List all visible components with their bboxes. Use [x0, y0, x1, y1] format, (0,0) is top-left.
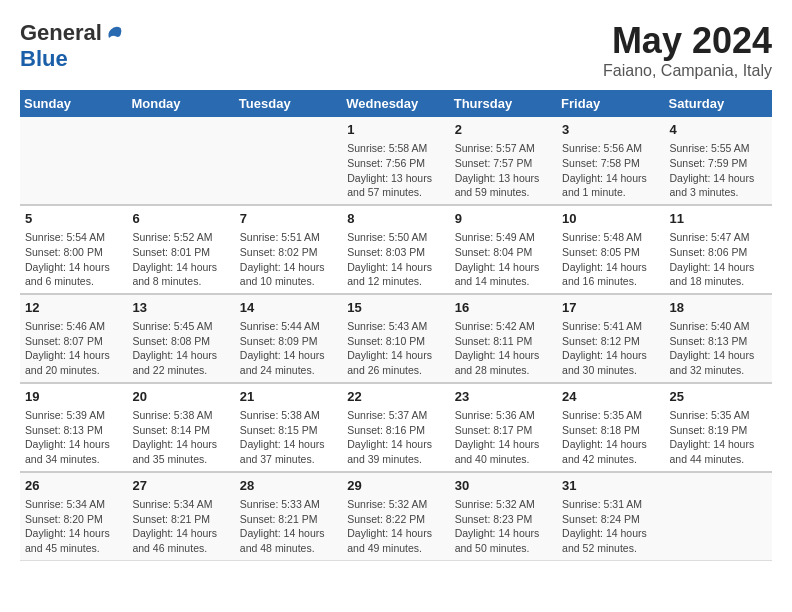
day-info: Sunrise: 5:48 AM Sunset: 8:05 PM Dayligh…: [562, 230, 659, 289]
calendar-day-cell: 15Sunrise: 5:43 AM Sunset: 8:10 PM Dayli…: [342, 294, 449, 383]
day-number: 8: [347, 210, 444, 228]
calendar-day-cell: 10Sunrise: 5:48 AM Sunset: 8:05 PM Dayli…: [557, 205, 664, 294]
day-info: Sunrise: 5:32 AM Sunset: 8:23 PM Dayligh…: [455, 497, 552, 556]
logo-bird-icon: [104, 23, 124, 43]
calendar-day-cell: 11Sunrise: 5:47 AM Sunset: 8:06 PM Dayli…: [665, 205, 772, 294]
day-info: Sunrise: 5:58 AM Sunset: 7:56 PM Dayligh…: [347, 141, 444, 200]
calendar-day-cell: [20, 117, 127, 205]
calendar-day-cell: 29Sunrise: 5:32 AM Sunset: 8:22 PM Dayli…: [342, 472, 449, 560]
day-info: Sunrise: 5:32 AM Sunset: 8:22 PM Dayligh…: [347, 497, 444, 556]
day-number: 19: [25, 388, 122, 406]
calendar-week-row: 1Sunrise: 5:58 AM Sunset: 7:56 PM Daylig…: [20, 117, 772, 205]
day-info: Sunrise: 5:34 AM Sunset: 8:20 PM Dayligh…: [25, 497, 122, 556]
day-info: Sunrise: 5:35 AM Sunset: 8:19 PM Dayligh…: [670, 408, 767, 467]
day-info: Sunrise: 5:38 AM Sunset: 8:14 PM Dayligh…: [132, 408, 229, 467]
day-number: 20: [132, 388, 229, 406]
day-number: 27: [132, 477, 229, 495]
day-number: 11: [670, 210, 767, 228]
calendar-day-cell: [127, 117, 234, 205]
calendar-day-cell: 4Sunrise: 5:55 AM Sunset: 7:59 PM Daylig…: [665, 117, 772, 205]
column-header-friday: Friday: [557, 90, 664, 117]
day-number: 10: [562, 210, 659, 228]
calendar-day-cell: 28Sunrise: 5:33 AM Sunset: 8:21 PM Dayli…: [235, 472, 342, 560]
calendar-day-cell: 26Sunrise: 5:34 AM Sunset: 8:20 PM Dayli…: [20, 472, 127, 560]
day-info: Sunrise: 5:37 AM Sunset: 8:16 PM Dayligh…: [347, 408, 444, 467]
day-number: 1: [347, 121, 444, 139]
day-number: 24: [562, 388, 659, 406]
calendar-day-cell: 12Sunrise: 5:46 AM Sunset: 8:07 PM Dayli…: [20, 294, 127, 383]
day-number: 21: [240, 388, 337, 406]
day-number: 25: [670, 388, 767, 406]
day-info: Sunrise: 5:54 AM Sunset: 8:00 PM Dayligh…: [25, 230, 122, 289]
logo-blue-text: Blue: [20, 46, 68, 72]
calendar-day-cell: 3Sunrise: 5:56 AM Sunset: 7:58 PM Daylig…: [557, 117, 664, 205]
day-info: Sunrise: 5:52 AM Sunset: 8:01 PM Dayligh…: [132, 230, 229, 289]
column-header-thursday: Thursday: [450, 90, 557, 117]
day-number: 31: [562, 477, 659, 495]
column-header-saturday: Saturday: [665, 90, 772, 117]
calendar-day-cell: 14Sunrise: 5:44 AM Sunset: 8:09 PM Dayli…: [235, 294, 342, 383]
calendar-week-row: 5Sunrise: 5:54 AM Sunset: 8:00 PM Daylig…: [20, 205, 772, 294]
calendar-week-row: 19Sunrise: 5:39 AM Sunset: 8:13 PM Dayli…: [20, 383, 772, 472]
day-info: Sunrise: 5:44 AM Sunset: 8:09 PM Dayligh…: [240, 319, 337, 378]
day-number: 4: [670, 121, 767, 139]
calendar-day-cell: 18Sunrise: 5:40 AM Sunset: 8:13 PM Dayli…: [665, 294, 772, 383]
day-info: Sunrise: 5:51 AM Sunset: 8:02 PM Dayligh…: [240, 230, 337, 289]
logo-general-text: General: [20, 20, 102, 46]
day-number: 22: [347, 388, 444, 406]
calendar-day-cell: 9Sunrise: 5:49 AM Sunset: 8:04 PM Daylig…: [450, 205, 557, 294]
day-number: 26: [25, 477, 122, 495]
day-number: 3: [562, 121, 659, 139]
calendar-day-cell: 20Sunrise: 5:38 AM Sunset: 8:14 PM Dayli…: [127, 383, 234, 472]
calendar-day-cell: 22Sunrise: 5:37 AM Sunset: 8:16 PM Dayli…: [342, 383, 449, 472]
calendar-header-row: SundayMondayTuesdayWednesdayThursdayFrid…: [20, 90, 772, 117]
calendar-day-cell: 6Sunrise: 5:52 AM Sunset: 8:01 PM Daylig…: [127, 205, 234, 294]
day-number: 5: [25, 210, 122, 228]
day-number: 29: [347, 477, 444, 495]
day-number: 30: [455, 477, 552, 495]
day-number: 13: [132, 299, 229, 317]
day-number: 7: [240, 210, 337, 228]
day-info: Sunrise: 5:45 AM Sunset: 8:08 PM Dayligh…: [132, 319, 229, 378]
day-info: Sunrise: 5:41 AM Sunset: 8:12 PM Dayligh…: [562, 319, 659, 378]
calendar-week-row: 12Sunrise: 5:46 AM Sunset: 8:07 PM Dayli…: [20, 294, 772, 383]
calendar-day-cell: [665, 472, 772, 560]
day-info: Sunrise: 5:38 AM Sunset: 8:15 PM Dayligh…: [240, 408, 337, 467]
calendar-week-row: 26Sunrise: 5:34 AM Sunset: 8:20 PM Dayli…: [20, 472, 772, 560]
calendar-day-cell: 19Sunrise: 5:39 AM Sunset: 8:13 PM Dayli…: [20, 383, 127, 472]
day-info: Sunrise: 5:56 AM Sunset: 7:58 PM Dayligh…: [562, 141, 659, 200]
day-number: 12: [25, 299, 122, 317]
page-subtitle: Faiano, Campania, Italy: [603, 62, 772, 80]
day-info: Sunrise: 5:40 AM Sunset: 8:13 PM Dayligh…: [670, 319, 767, 378]
logo: General Blue: [20, 20, 124, 72]
column-header-monday: Monday: [127, 90, 234, 117]
day-info: Sunrise: 5:57 AM Sunset: 7:57 PM Dayligh…: [455, 141, 552, 200]
column-header-tuesday: Tuesday: [235, 90, 342, 117]
day-info: Sunrise: 5:35 AM Sunset: 8:18 PM Dayligh…: [562, 408, 659, 467]
title-block: May 2024 Faiano, Campania, Italy: [603, 20, 772, 80]
calendar-day-cell: 7Sunrise: 5:51 AM Sunset: 8:02 PM Daylig…: [235, 205, 342, 294]
day-info: Sunrise: 5:47 AM Sunset: 8:06 PM Dayligh…: [670, 230, 767, 289]
day-number: 2: [455, 121, 552, 139]
calendar-day-cell: 17Sunrise: 5:41 AM Sunset: 8:12 PM Dayli…: [557, 294, 664, 383]
calendar-day-cell: 31Sunrise: 5:31 AM Sunset: 8:24 PM Dayli…: [557, 472, 664, 560]
day-number: 16: [455, 299, 552, 317]
calendar-day-cell: 27Sunrise: 5:34 AM Sunset: 8:21 PM Dayli…: [127, 472, 234, 560]
column-header-wednesday: Wednesday: [342, 90, 449, 117]
day-info: Sunrise: 5:46 AM Sunset: 8:07 PM Dayligh…: [25, 319, 122, 378]
day-info: Sunrise: 5:39 AM Sunset: 8:13 PM Dayligh…: [25, 408, 122, 467]
calendar-day-cell: 24Sunrise: 5:35 AM Sunset: 8:18 PM Dayli…: [557, 383, 664, 472]
calendar-day-cell: 13Sunrise: 5:45 AM Sunset: 8:08 PM Dayli…: [127, 294, 234, 383]
calendar-day-cell: 1Sunrise: 5:58 AM Sunset: 7:56 PM Daylig…: [342, 117, 449, 205]
day-info: Sunrise: 5:36 AM Sunset: 8:17 PM Dayligh…: [455, 408, 552, 467]
page-title: May 2024: [603, 20, 772, 62]
calendar-day-cell: 23Sunrise: 5:36 AM Sunset: 8:17 PM Dayli…: [450, 383, 557, 472]
calendar-day-cell: 16Sunrise: 5:42 AM Sunset: 8:11 PM Dayli…: [450, 294, 557, 383]
day-number: 17: [562, 299, 659, 317]
day-number: 14: [240, 299, 337, 317]
day-number: 9: [455, 210, 552, 228]
day-number: 15: [347, 299, 444, 317]
calendar-day-cell: 8Sunrise: 5:50 AM Sunset: 8:03 PM Daylig…: [342, 205, 449, 294]
day-info: Sunrise: 5:49 AM Sunset: 8:04 PM Dayligh…: [455, 230, 552, 289]
day-number: 23: [455, 388, 552, 406]
